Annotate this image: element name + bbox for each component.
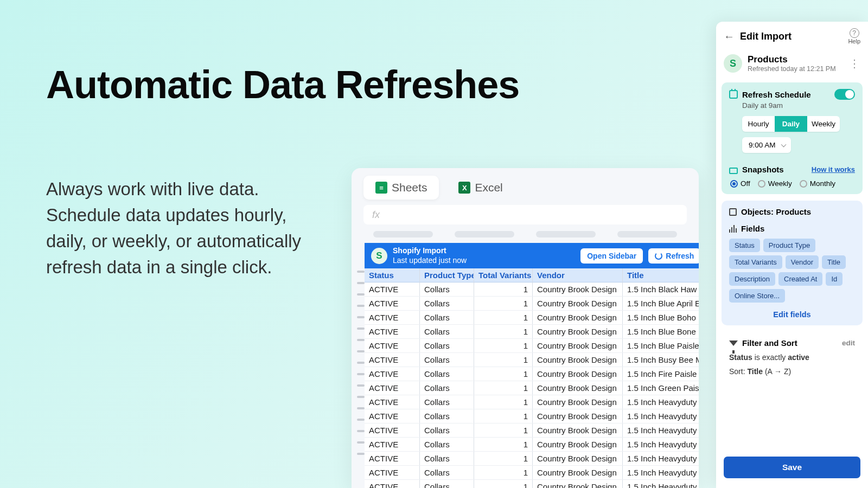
- refresh-icon: [655, 252, 662, 260]
- chip-online-store[interactable]: Online Store...: [729, 289, 785, 303]
- cell-vendor: Country Brook Design: [533, 409, 623, 423]
- tab-sheets[interactable]: ≡ Sheets: [363, 176, 439, 200]
- filter-line-2: Sort: Title (A → Z): [729, 367, 855, 376]
- chip-created-at[interactable]: Created At: [778, 272, 822, 286]
- col-product-type[interactable]: Product Type: [420, 268, 474, 282]
- refresh-button[interactable]: Refresh: [648, 248, 699, 264]
- frequency-segmented[interactable]: HourlyDailyWeekly: [742, 116, 840, 132]
- shopify-badge-icon: S: [371, 248, 387, 264]
- col-title[interactable]: Title: [623, 268, 699, 282]
- chip-total-variants[interactable]: Total Variants: [729, 255, 782, 269]
- cell-status: ACTIVE: [365, 395, 420, 409]
- edit-import-panel: ← Edit Import ? Help S Products Refreshe…: [716, 22, 868, 488]
- filter-edit-link[interactable]: edit: [842, 339, 855, 347]
- cell-vendor: Country Brook Design: [533, 381, 623, 395]
- cell-vendor: Country Brook Design: [533, 282, 623, 296]
- cell-product-type: Collars: [420, 325, 474, 338]
- table-row[interactable]: ACTIVECollars1Country Brook Design1.5 In…: [365, 339, 699, 353]
- snapshot-monthly[interactable]: Monthly: [800, 179, 835, 188]
- refresh-toggle[interactable]: [834, 89, 855, 100]
- cell-vendor: Country Brook Design: [533, 297, 623, 310]
- open-sidebar-button[interactable]: Open Sidebar: [580, 248, 643, 264]
- col-vendor[interactable]: Vendor: [533, 268, 623, 282]
- cell-status: ACTIVE: [365, 409, 420, 423]
- hero-body: Always work with live data. Schedule dat…: [46, 176, 328, 280]
- chip-title[interactable]: Title: [822, 255, 846, 269]
- chip-status[interactable]: Status: [729, 239, 760, 252]
- table-row[interactable]: ACTIVECollars1Country Brook Design1.5 In…: [365, 409, 699, 423]
- formula-bar[interactable]: fx: [363, 205, 687, 224]
- help-label: Help: [848, 38, 860, 44]
- filter-sort-card: Filter and Sort edit Status is exactly a…: [722, 332, 863, 382]
- filter-heading: Filter and Sort: [742, 338, 797, 348]
- cell-vendor: Country Brook Design: [533, 395, 623, 409]
- source-menu-button[interactable]: ⋮: [849, 57, 860, 70]
- cell-status: ACTIVE: [365, 311, 420, 324]
- spreadsheet-window: ≡ Sheets X Excel fx S Shopify Import Las…: [352, 168, 699, 488]
- cell-title: 1.5 Inch Heavyduty: [623, 395, 699, 409]
- edit-fields-link[interactable]: Edit fields: [729, 310, 855, 319]
- cell-product-type: Collars: [420, 452, 474, 465]
- cell-product-type: Collars: [420, 480, 474, 488]
- cell-title: 1.5 Inch Fire Paisle: [623, 367, 699, 381]
- filter-icon: [729, 341, 738, 346]
- cell-vendor: Country Brook Design: [533, 339, 623, 352]
- cell-status: ACTIVE: [365, 282, 420, 296]
- table-row[interactable]: ACTIVECollars1Country Brook Design1.5 In…: [365, 423, 699, 438]
- table-row[interactable]: ACTIVECollars1Country Brook Design1.5 In…: [365, 367, 699, 381]
- table-row[interactable]: ACTIVECollars1Country Brook Design1.5 In…: [365, 381, 699, 395]
- cell-status: ACTIVE: [365, 438, 420, 451]
- snapshot-icon: [729, 168, 738, 174]
- table-row[interactable]: ACTIVECollars1Country Brook Design1.5 In…: [365, 452, 699, 466]
- import-subtitle: Last updated just now: [393, 256, 575, 266]
- how-it-works-link[interactable]: How it works: [812, 165, 855, 174]
- cell-title: 1.5 Inch Blue April E: [623, 297, 699, 310]
- cell-status: ACTIVE: [365, 353, 420, 367]
- frequency-weekly[interactable]: Weekly: [807, 116, 840, 132]
- chip-id[interactable]: Id: [826, 272, 843, 286]
- objects-icon: [729, 208, 737, 216]
- cell-total-variants: 1: [474, 339, 533, 352]
- table-row[interactable]: ACTIVECollars1Country Brook Design1.5 In…: [365, 325, 699, 339]
- table-row[interactable]: ACTIVECollars1Country Brook Design1.5 In…: [365, 353, 699, 367]
- cell-product-type: Collars: [420, 466, 474, 479]
- cell-product-type: Collars: [420, 297, 474, 310]
- cell-product-type: Collars: [420, 409, 474, 423]
- table-row[interactable]: ACTIVECollars1Country Brook Design1.5 In…: [365, 282, 699, 297]
- calendar-icon: [729, 90, 738, 99]
- table-row[interactable]: ACTIVECollars1Country Brook Design1.5 In…: [365, 438, 699, 452]
- chip-description[interactable]: Description: [729, 272, 775, 286]
- snapshot-off[interactable]: Off: [730, 179, 750, 188]
- snapshot-weekly[interactable]: Weekly: [758, 179, 792, 188]
- tab-excel[interactable]: X Excel: [446, 176, 514, 200]
- cell-total-variants: 1: [474, 466, 533, 479]
- table-row[interactable]: ACTIVECollars1Country Brook Design1.5 In…: [365, 311, 699, 325]
- help-button[interactable]: ? Help: [848, 28, 860, 44]
- table-header: Status Product Type Total Variants Vendo…: [365, 268, 699, 282]
- cell-vendor: Country Brook Design: [533, 311, 623, 324]
- fields-icon: [729, 225, 737, 233]
- col-total-variants[interactable]: Total Variants: [474, 268, 533, 282]
- col-status[interactable]: Status: [365, 268, 420, 282]
- cell-title: 1.5 Inch Blue Paisle: [623, 339, 699, 352]
- frequency-hourly[interactable]: Hourly: [742, 116, 775, 132]
- data-grid: S Shopify Import Last updated just now O…: [365, 243, 699, 488]
- table-row[interactable]: ACTIVECollars1Country Brook Design1.5 In…: [365, 466, 699, 480]
- chip-product-type[interactable]: Product Type: [763, 239, 815, 252]
- cell-vendor: Country Brook Design: [533, 438, 623, 451]
- back-button[interactable]: ←: [724, 30, 735, 43]
- frequency-daily[interactable]: Daily: [775, 116, 807, 132]
- tab-sheets-label: Sheets: [392, 181, 427, 194]
- cell-status: ACTIVE: [365, 466, 420, 479]
- table-row[interactable]: ACTIVECollars1Country Brook Design1.5 In…: [365, 480, 699, 488]
- import-banner: S Shopify Import Last updated just now O…: [365, 243, 699, 268]
- cell-total-variants: 1: [474, 297, 533, 310]
- table-row[interactable]: ACTIVECollars1Country Brook Design1.5 In…: [365, 395, 699, 409]
- time-select[interactable]: 9:00 AM: [742, 137, 791, 153]
- chip-vendor[interactable]: Vendor: [786, 255, 819, 269]
- save-button[interactable]: Save: [724, 457, 860, 478]
- table-row[interactable]: ACTIVECollars1Country Brook Design1.5 In…: [365, 297, 699, 311]
- cell-total-variants: 1: [474, 311, 533, 324]
- radio-icon: [758, 180, 765, 188]
- cell-title: 1.5 Inch Heavyduty: [623, 452, 699, 465]
